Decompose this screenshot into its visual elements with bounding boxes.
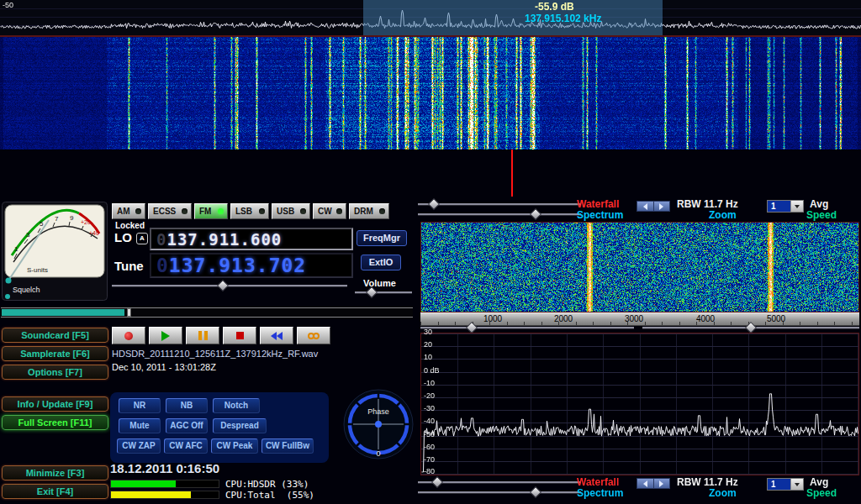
minimize-button[interactable]: Minimize [F3] [2, 465, 108, 480]
mode-lsb-button[interactable]: LSB [230, 203, 269, 219]
mode-cw-button[interactable]: CW [313, 203, 346, 219]
af-spectrum-canvas[interactable] [421, 333, 858, 475]
nr-button[interactable]: NR [119, 398, 161, 413]
af-pan-slider[interactable] [642, 323, 859, 332]
phase-value: 0 [376, 449, 380, 458]
rewind-button[interactable] [260, 327, 293, 344]
af-db-label: -10 [424, 379, 435, 387]
squelch-thumb[interactable] [127, 308, 131, 317]
af-db-label: 30 [424, 328, 432, 336]
notch-button[interactable]: Notch [213, 398, 260, 413]
slider-thumb[interactable] [466, 322, 478, 333]
af-spectrum-panel[interactable] [420, 333, 859, 475]
agc-off-button[interactable]: AGC Off [166, 418, 208, 433]
mode-usb-button[interactable]: USB [272, 203, 310, 219]
spectrum-label-bottom[interactable]: Spectrum [577, 487, 623, 499]
mode-ecss-button[interactable]: ECSS [148, 203, 192, 219]
shift-right-icon[interactable] [653, 479, 670, 488]
shift-left-icon[interactable] [637, 202, 653, 211]
cursor-db-readout: -55.9 dB [535, 1, 574, 13]
af-waterfall-panel[interactable] [420, 222, 859, 312]
af-db-label: -70 [424, 455, 435, 464]
freqmgr-button[interactable]: FreqMgr [357, 230, 407, 246]
lock-a-icon[interactable]: A [136, 233, 148, 244]
af-zoom-slider[interactable] [420, 323, 634, 332]
volume-thumb[interactable] [366, 286, 378, 298]
rf-spectrum-panel[interactable]: -50 -55.9 dB 137.915.102 kHz [0, 0, 861, 37]
loop-button[interactable] [297, 327, 330, 344]
lo-label: LO [114, 230, 132, 244]
tune-offset-slider[interactable] [112, 281, 347, 291]
stop-button[interactable] [223, 327, 256, 344]
fullscreen-button[interactable]: Full Screen [F11] [2, 415, 108, 430]
squelch-level-track[interactable] [1, 307, 413, 318]
tune-frequency-value: 137.913.702 [169, 255, 306, 276]
slider-thumb[interactable] [530, 208, 541, 220]
slider-thumb[interactable] [745, 322, 757, 333]
af-db-label: 20 [424, 340, 432, 349]
samplerate-button[interactable]: Samplerate [F6] [2, 346, 108, 361]
af-db-label: -80 [424, 467, 435, 475]
soundcard-button[interactable]: Soundcard [F5] [2, 328, 108, 343]
cpu-hdsdr-label: CPU:HDSDR (33%) [225, 479, 309, 490]
avg-select-top[interactable]: 1 [767, 200, 804, 213]
squelch-dot-icon[interactable] [5, 294, 10, 299]
cpu-total-fill [111, 491, 191, 498]
phase-label: Phase [367, 407, 389, 416]
avg-select-bottom[interactable]: 1 [767, 478, 804, 491]
wav-file-name: HDSDR_20111210_125611Z_137912kHz_RF.wav [112, 349, 318, 359]
af-waterfall-brightness-slider[interactable] [418, 210, 581, 218]
shift-right-icon[interactable] [653, 202, 670, 211]
mode-led [218, 208, 224, 214]
af-waterfall-contrast-slider[interactable] [418, 200, 581, 208]
lo-frequency-display[interactable]: 0137.911.600 [150, 228, 353, 250]
rf-waterfall-contrast-slider[interactable] [418, 478, 581, 486]
waterfall-label-bottom[interactable]: Waterfall [577, 476, 619, 488]
waterfall-label-top[interactable]: Waterfall [577, 198, 619, 210]
slider-thumb[interactable] [431, 476, 443, 488]
mode-fm-button[interactable]: FM [194, 203, 228, 219]
chevron-down-icon[interactable] [790, 479, 803, 490]
record-button[interactable] [112, 327, 145, 344]
slider-thumb[interactable] [530, 486, 541, 498]
mute-button[interactable]: Mute [119, 418, 161, 433]
options-button[interactable]: Options [F7] [2, 365, 108, 380]
s-meter-tick-20: +20 [81, 219, 91, 225]
play-icon [161, 331, 170, 341]
volume-track[interactable] [355, 291, 412, 294]
tune-marker-line[interactable] [511, 150, 513, 197]
tune-offset-track[interactable] [112, 285, 347, 287]
waterfall-shift-control-bottom[interactable] [637, 478, 670, 489]
cw-zap-button[interactable]: CW ZAP [117, 438, 161, 454]
shift-left-icon[interactable] [637, 479, 653, 488]
rf-waterfall-brightness-slider[interactable] [418, 488, 581, 496]
chevron-down-icon[interactable] [790, 201, 803, 212]
cw-fullbw-button[interactable]: CW FullBw [261, 438, 314, 454]
cw-afc-button[interactable]: CW AFC [164, 438, 208, 454]
mode-am-button[interactable]: AM [112, 203, 145, 219]
waterfall-shift-control-top[interactable] [637, 201, 670, 212]
hdsdr-window: 137885 137890 137895 137900 137905 13791… [0, 0, 861, 504]
mode-drm-button[interactable]: DRM [349, 203, 389, 219]
cw-peak-button[interactable]: CW Peak [211, 438, 258, 454]
nb-button[interactable]: NB [166, 398, 208, 413]
pause-button[interactable] [186, 327, 219, 344]
mode-label: FM [199, 207, 211, 216]
rbw-label-top: RBW 11.7 Hz [677, 198, 738, 210]
play-button[interactable] [149, 327, 182, 344]
s-units-label: S-units [27, 266, 48, 274]
tune-offset-thumb[interactable] [217, 280, 229, 291]
af-waterfall-canvas[interactable] [421, 223, 858, 312]
despread-button[interactable]: Despread [213, 418, 267, 433]
extio-button[interactable]: ExtIO [361, 255, 401, 270]
cpu-total-label: CPU:Total (55%) [225, 490, 314, 501]
info-update-button[interactable]: Info / Update [F9] [2, 396, 108, 412]
volume-slider[interactable] [355, 288, 412, 297]
exit-button[interactable]: Exit [F4] [2, 484, 108, 499]
s-meter: 1 3 5 7 9 +20 +40 S-units Squelch [2, 202, 108, 301]
passband-highlight[interactable] [363, 0, 663, 35]
slider-thumb[interactable] [428, 198, 440, 210]
tune-frequency-display[interactable]: 0137.913.702 [150, 253, 353, 278]
phase-dial[interactable]: Phase 0 [342, 388, 415, 460]
spectrum-label-top[interactable]: Spectrum [577, 209, 623, 221]
